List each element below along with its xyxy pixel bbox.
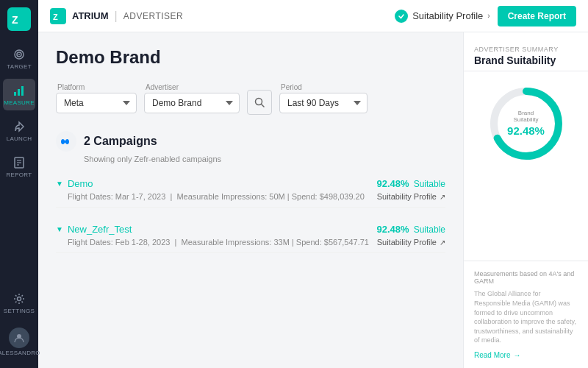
svg-point-12 xyxy=(18,297,21,301)
advertiser-select[interactable]: Demo Brand xyxy=(144,93,240,113)
header-logo-area: Z ATRIUM | ADVERTISER xyxy=(50,8,183,24)
donut-label: Brand Suitability 92.48% xyxy=(506,110,546,138)
campaign-meta-0: Flight Dates: Mar 1-7, 2023 | Measurable… xyxy=(68,192,365,201)
atrium-logo: Z xyxy=(50,8,66,24)
period-select[interactable]: Last 90 Days Last 30 Days Last 7 Days xyxy=(279,93,368,113)
zefr-logo: Z xyxy=(7,7,31,31)
flight-dates-value-1: Feb 1-28, 2023 xyxy=(115,238,171,247)
sidebar-item-report[interactable]: REPORT xyxy=(3,151,35,183)
chevron-down-icon[interactable]: ▼ xyxy=(56,225,63,233)
score-value-0: 92.48% xyxy=(377,178,409,189)
flight-dates-label-0: Flight Dates: xyxy=(68,192,115,201)
sidebar-item-target-label: TARGET xyxy=(7,63,32,70)
profile-link-1[interactable]: Suitability Profile ↗ xyxy=(377,238,445,247)
sidebar-item-measure[interactable]: MEASURE xyxy=(3,79,35,110)
svg-text:Z: Z xyxy=(12,14,18,26)
meta-logo xyxy=(56,131,76,152)
page-title: Demo Brand xyxy=(56,47,445,68)
avatar xyxy=(9,328,29,348)
platform-label: Platform xyxy=(56,83,137,91)
campaign-section-1: ▼ New_Zefr_Test Flight Dates: Feb 1-28, … xyxy=(56,218,445,253)
advertiser-label: Advertiser xyxy=(144,83,240,91)
garm-description: The Global Alliance for Responsible Medi… xyxy=(474,289,578,345)
svg-rect-7 xyxy=(21,86,24,96)
campaign-right-1: 92.48% Suitable Suitability Profile ↗ xyxy=(377,224,445,247)
top-header: Z ATRIUM | ADVERTISER Suitability Profil… xyxy=(38,0,588,32)
panel-chart-area: Brand Suitability 92.48% xyxy=(464,71,588,179)
suitability-profile-label: Suitability Profile xyxy=(412,10,483,21)
campaign-left-1: ▼ New_Zefr_Test Flight Dates: Feb 1-28, … xyxy=(56,224,369,247)
campaign-name-0[interactable]: Demo xyxy=(68,178,93,189)
user-avatar-item[interactable]: ALESSANDRO xyxy=(3,323,35,361)
platform-select[interactable]: Meta Google YouTube xyxy=(56,93,137,113)
suitability-profile-button[interactable]: Suitability Profile › xyxy=(395,10,490,23)
svg-rect-6 xyxy=(18,89,20,96)
score-row-1: 92.48% Suitable xyxy=(377,224,445,235)
sidebar-item-launch-label: LAUNCH xyxy=(7,135,32,142)
sidebar-bottom: SETTINGS ALESSANDRO xyxy=(3,287,35,361)
sidebar-item-report-label: REPORT xyxy=(7,171,32,178)
external-link-icon-1: ↗ xyxy=(440,238,445,247)
svg-rect-5 xyxy=(14,92,16,96)
launch-icon xyxy=(12,119,26,134)
period-label: Period xyxy=(279,83,368,91)
table-row: ▼ Demo Flight Dates: Mar 1-7, 2023 | Mea… xyxy=(56,172,445,208)
spend-value-1: $567,547.71 xyxy=(324,238,369,247)
campaign-left-0: ▼ Demo Flight Dates: Mar 1-7, 2023 | Mea… xyxy=(56,178,365,201)
panel-header: ADVERTISER SUMMARY Brand Suitability xyxy=(464,32,588,71)
impressions-value-0: 50M xyxy=(269,192,284,201)
suitable-badge-1: Suitable xyxy=(414,224,445,235)
flight-dates-label-1: Flight Dates: xyxy=(68,238,115,247)
panel-footer: Measurements based on 4A's and GARM The … xyxy=(464,261,588,368)
sidebar-item-launch[interactable]: LAUNCH xyxy=(3,115,35,146)
spend-value-0: $498,039.20 xyxy=(320,192,365,201)
campaigns-count: 2 Campaigns xyxy=(84,135,157,148)
filters-row: Platform Meta Google YouTube Advertiser … xyxy=(56,81,445,115)
campaign-right-0: 92.48% Suitable Suitability Profile ↗ xyxy=(377,178,445,201)
create-report-button[interactable]: Create Report xyxy=(498,6,576,26)
chevron-right-icon: › xyxy=(487,12,490,20)
flight-dates-value-0: Mar 1-7, 2023 xyxy=(115,192,165,201)
donut-value: 92.48% xyxy=(507,124,545,137)
sidebar: Z TARGET MEASURE LAUNCH xyxy=(0,0,38,368)
campaigns-subtitle: Showing only Zefr-enabled campaigns xyxy=(84,155,445,163)
panel-subtitle: ADVERTISER SUMMARY xyxy=(474,46,559,53)
score-value-1: 92.48% xyxy=(377,224,409,235)
platform-filter-group: Platform Meta Google YouTube xyxy=(56,83,137,113)
svg-text:Z: Z xyxy=(53,13,58,21)
donut-chart: Brand Suitability 92.48% xyxy=(486,83,567,164)
profile-link-0[interactable]: Suitability Profile ↗ xyxy=(377,192,445,201)
campaign-section-0: ▼ Demo Flight Dates: Mar 1-7, 2023 | Mea… xyxy=(56,172,445,208)
campaign-name-1[interactable]: New_Zefr_Test xyxy=(68,224,132,235)
header-brand-name: ATRIUM xyxy=(72,10,109,21)
arrow-right-icon: → xyxy=(513,351,520,359)
impressions-value-1: 33M xyxy=(273,238,289,247)
user-label: ALESSANDRO xyxy=(0,350,40,356)
svg-line-17 xyxy=(262,105,265,107)
report-icon xyxy=(12,155,26,170)
score-row-0: 92.48% Suitable xyxy=(377,178,445,189)
profile-link-label-1: Suitability Profile xyxy=(377,238,437,247)
sidebar-item-settings[interactable]: SETTINGS xyxy=(3,287,35,319)
target-icon xyxy=(12,47,26,62)
period-filter-group: Period Last 90 Days Last 30 Days Last 7 … xyxy=(279,83,368,113)
check-icon xyxy=(395,10,408,23)
advertiser-filter-group: Advertiser Demo Brand xyxy=(144,83,240,113)
center-content: Demo Brand Platform Meta Google YouTube … xyxy=(38,32,463,368)
svg-point-4 xyxy=(18,54,20,55)
page-body: Demo Brand Platform Meta Google YouTube … xyxy=(38,32,588,368)
search-button[interactable] xyxy=(247,90,272,115)
measure-icon xyxy=(12,83,26,98)
search-icon xyxy=(254,97,265,107)
panel-title: Brand Suitability xyxy=(474,54,578,66)
campaign-toggle-row-1: ▼ New_Zefr_Test xyxy=(56,224,369,235)
campaign-meta-1: Flight Dates: Feb 1-28, 2023 | Measurabl… xyxy=(68,238,369,247)
read-more-link[interactable]: Read More → xyxy=(474,351,578,359)
table-row: ▼ New_Zefr_Test Flight Dates: Feb 1-28, … xyxy=(56,218,445,253)
campaign-toggle-row-0: ▼ Demo xyxy=(56,178,365,189)
header-section: ADVERTISER xyxy=(123,11,183,21)
campaigns-header: 2 Campaigns xyxy=(56,131,445,152)
chevron-down-icon[interactable]: ▼ xyxy=(56,180,63,188)
sidebar-item-target[interactable]: TARGET xyxy=(3,43,35,74)
settings-label: SETTINGS xyxy=(4,308,35,314)
